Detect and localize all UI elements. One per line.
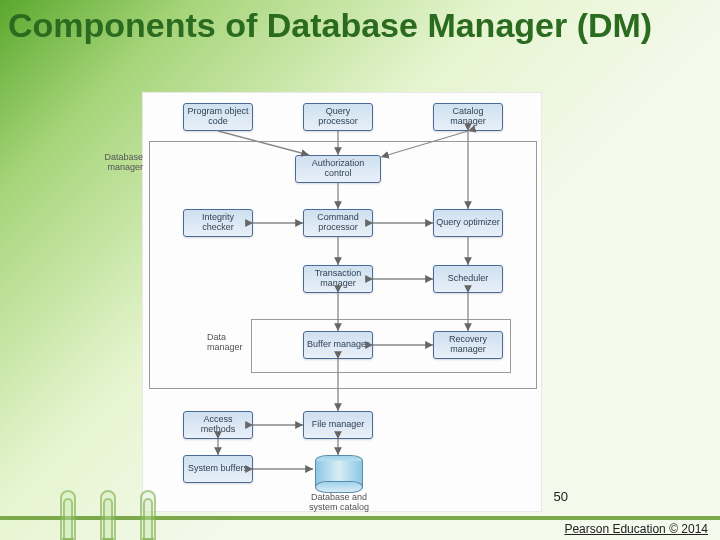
node-command-processor: Command processor: [303, 209, 373, 237]
node-query-processor: Query processor: [303, 103, 373, 131]
node-file-manager: File manager: [303, 411, 373, 439]
node-catalog-manager: Catalog manager: [433, 103, 503, 131]
node-transaction-manager: Transaction manager: [303, 265, 373, 293]
node-authorization-control: Authorization control: [295, 155, 381, 183]
node-scheduler: Scheduler: [433, 265, 503, 293]
node-program-object-code: Program object code: [183, 103, 253, 131]
node-integrity-checker: Integrity checker: [183, 209, 253, 237]
node-buffer-manager: Buffer manager: [303, 331, 373, 359]
node-recovery-manager: Recovery manager: [433, 331, 503, 359]
node-query-optimizer: Query optimizer: [433, 209, 503, 237]
page-number: 50: [554, 489, 568, 504]
label-database-manager: Database manager: [83, 153, 143, 173]
node-system-buffers: System buffers: [183, 455, 253, 483]
node-access-methods: Access methods: [183, 411, 253, 439]
slide-title: Components of Database Manager (DM): [0, 0, 720, 47]
diagram-container: Database manager Data manager Program ob…: [142, 92, 542, 512]
credit-line: Pearson Education © 2014: [564, 522, 708, 536]
